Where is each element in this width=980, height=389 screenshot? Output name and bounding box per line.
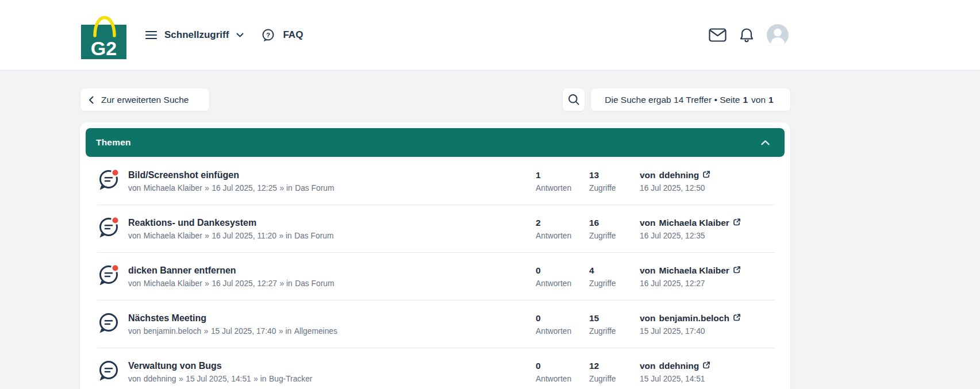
by-label: von (128, 278, 141, 288)
meta-in-separator: » in (279, 182, 292, 193)
meta-in-separator: » in (279, 230, 291, 241)
topic-author-link[interactable]: Michaela Klaiber (144, 230, 202, 241)
topic-forum-link[interactable]: Bug-Tracker (269, 373, 312, 384)
replies-stat: 0 Antworten (536, 264, 571, 288)
topic-author-link[interactable]: Michaela Klaiber (144, 182, 202, 193)
quick-access-menu[interactable]: Schnellzugriff (145, 29, 244, 41)
faq-link[interactable]: ? FAQ (261, 28, 303, 43)
views-count: 13 (589, 168, 616, 180)
meta-in-separator: » in (253, 373, 266, 384)
main-nav: Schnellzugriff ? FAQ (145, 0, 303, 70)
search-results-summary: Die Suche ergab 14 Treffer • Seite 1 von… (590, 88, 791, 111)
views-stat: 13 Zugriffe (589, 168, 616, 193)
topic-post-date: 16 Jul 2025, 12:27 (212, 278, 277, 288)
svg-text:?: ? (266, 31, 270, 38)
topic-title-link[interactable]: dicken Banner entfernen (128, 264, 236, 276)
replies-count: 1 (536, 168, 571, 180)
advanced-search-back-button[interactable]: Zur erweiterten Suche (80, 88, 210, 111)
replies-stat: 2 Antworten (536, 216, 571, 241)
topic-main: Bild/Screenshot einfügen von Michaela Kl… (128, 168, 531, 193)
topic-post-date: 16 Jul 2025, 12:25 (212, 182, 277, 193)
question-bubble-icon: ? (261, 28, 275, 43)
site-logo[interactable]: G2 (80, 7, 129, 62)
topic-title-link[interactable]: Nächstes Meeting (128, 311, 206, 323)
replies-label: Antworten (536, 325, 571, 336)
topic-row: Reaktions- und Dankesystem von Michaela … (80, 205, 790, 252)
chevron-left-icon (89, 96, 94, 104)
user-avatar[interactable] (767, 24, 789, 46)
meta-separator: » (179, 373, 183, 384)
speech-bubble-icon (97, 168, 121, 194)
bell-icon (739, 27, 754, 43)
topics-panel-title: Themen (96, 137, 131, 148)
topic-forum-link[interactable]: Allgemeines (294, 325, 337, 336)
topic-main: dicken Banner entfernen von Michaela Kla… (128, 264, 531, 288)
notifications-button[interactable] (739, 27, 754, 43)
last-post-author: Michaela Klaiber (659, 264, 729, 276)
topic-author-link[interactable]: Michaela Klaiber (144, 278, 202, 288)
topic-post-date: 15 Jul 2025, 14:51 (186, 373, 251, 384)
topic-author-link[interactable]: ddehning (144, 373, 176, 384)
logo-text: G2 (91, 37, 117, 59)
topic-title-link[interactable]: Reaktions- und Dankesystem (128, 216, 256, 228)
replies-count: 0 (536, 264, 571, 276)
search-toolbar: Zur erweiterten Suche Die Suche ergab 14… (0, 88, 980, 111)
mail-icon (709, 28, 727, 42)
speech-bubble-icon (97, 311, 121, 337)
topic-meta: von Michaela Klaiber » 16 Jul 2025, 11:2… (128, 230, 531, 241)
last-post-by-label: von (640, 264, 656, 276)
last-post-date: 16 Jul 2025, 12:50 (640, 182, 710, 193)
views-count: 12 (589, 359, 616, 371)
topic-main: Verwaltung von Bugs von ddehning » 15 Ju… (128, 359, 531, 384)
speech-bubble-icon (97, 215, 121, 242)
meta-separator: » (205, 182, 209, 193)
last-post: von benjamin.beloch 15 Jul 2025, 17:40 (640, 311, 741, 336)
speech-bubble-icon (97, 263, 121, 290)
quick-access-label: Schnellzugriff (164, 29, 229, 41)
views-label: Zugriffe (589, 325, 616, 336)
last-post-author-link[interactable]: ddehning (659, 168, 711, 180)
last-post-author-link[interactable]: Michaela Klaiber (659, 264, 741, 276)
summary-page-number: 1 (743, 95, 748, 105)
topic-row: Bild/Screenshot einfügen von Michaela Kl… (80, 157, 790, 205)
views-stat: 12 Zugriffe (589, 359, 616, 384)
topic-main: Reaktions- und Dankesystem von Michaela … (128, 216, 531, 241)
last-post-date: 16 Jul 2025, 12:35 (640, 230, 741, 241)
search-button[interactable] (562, 88, 585, 111)
topic-meta: von ddehning » 15 Jul 2025, 14:51 » in B… (128, 373, 531, 384)
topic-title-link[interactable]: Bild/Screenshot einfügen (128, 168, 239, 180)
topic-forum-link[interactable]: Das Forum (295, 182, 334, 193)
topic-forum-link[interactable]: Das Forum (294, 230, 333, 241)
topic-main: Nächstes Meeting von benjamin.beloch » 1… (128, 311, 531, 336)
hamburger-icon (145, 30, 157, 40)
meta-separator: » (205, 278, 209, 288)
topic-author-link[interactable]: benjamin.beloch (144, 325, 201, 336)
messages-button[interactable] (709, 28, 727, 42)
last-post-author: benjamin.beloch (659, 311, 729, 323)
topic-row: Verwaltung von Bugs von ddehning » 15 Ju… (80, 348, 790, 389)
last-post: von ddehning 15 Jul 2025, 14:51 (640, 359, 710, 384)
views-stat: 15 Zugriffe (589, 311, 616, 336)
by-label: von (128, 182, 141, 193)
replies-label: Antworten (536, 182, 571, 193)
collapse-panel-button[interactable] (761, 140, 770, 145)
topic-list: Bild/Screenshot einfügen von Michaela Kl… (80, 157, 790, 389)
external-link-icon (702, 171, 710, 179)
last-post: von ddehning 16 Jul 2025, 12:50 (640, 168, 710, 193)
topic-post-date: 15 Jul 2025, 17:40 (211, 325, 276, 336)
advanced-search-label: Zur erweiterten Suche (101, 95, 189, 105)
last-post-by-label: von (640, 359, 656, 371)
last-post-author: ddehning (659, 359, 700, 371)
last-post-author-link[interactable]: benjamin.beloch (659, 311, 741, 323)
topic-forum-link[interactable]: Das Forum (295, 278, 334, 288)
views-label: Zugriffe (589, 278, 616, 288)
by-label: von (128, 373, 141, 384)
external-link-icon (733, 218, 741, 226)
last-post-author-link[interactable]: ddehning (659, 359, 711, 371)
topic-row: Nächstes Meeting von benjamin.beloch » 1… (80, 300, 790, 348)
header-user-area (709, 0, 789, 70)
last-post-date: 15 Jul 2025, 17:40 (640, 325, 741, 336)
replies-label: Antworten (536, 230, 571, 241)
topic-title-link[interactable]: Verwaltung von Bugs (128, 359, 222, 371)
last-post-author-link[interactable]: Michaela Klaiber (659, 216, 741, 228)
